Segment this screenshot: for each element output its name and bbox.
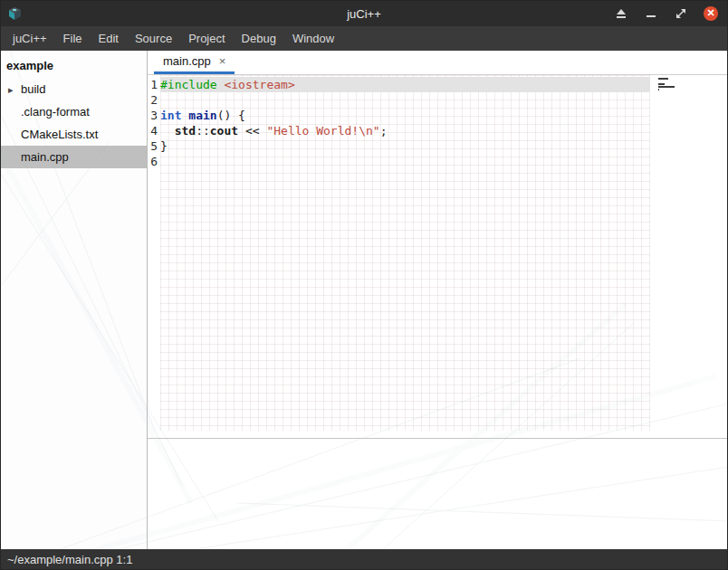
code-text xyxy=(160,154,650,169)
menu-item-project[interactable]: Project xyxy=(180,26,233,51)
code-text: #include <iostream> xyxy=(160,77,650,92)
file-tree-item-cmakelists-txt[interactable]: CMakeLists.txt xyxy=(1,123,147,146)
status-file-position: ~/example/main.cpp 1:1 xyxy=(7,553,132,566)
code-line[interactable]: 3int main() { xyxy=(148,108,727,123)
file-tree-item-build[interactable]: ▸build xyxy=(1,78,147,100)
code-text xyxy=(160,92,650,108)
editor-pane: main.cpp × 1#include <iostream>23int mai… xyxy=(148,51,727,549)
line-number: 1 xyxy=(148,77,160,92)
line-number: 6 xyxy=(148,154,160,169)
tabbar: main.cpp × xyxy=(148,51,727,75)
code-line[interactable]: 2 xyxy=(148,92,727,108)
keep-above-icon[interactable] xyxy=(614,6,628,21)
project-root-label[interactable]: example xyxy=(1,54,147,78)
minimap[interactable] xyxy=(658,78,676,94)
app-logo-icon xyxy=(7,5,24,22)
close-button[interactable]: ✕ xyxy=(704,6,718,21)
code-text: } xyxy=(160,138,650,154)
code-editor[interactable]: 1#include <iostream>23int main() {4 std:… xyxy=(148,75,727,438)
terminal-panel[interactable] xyxy=(148,439,727,549)
menu-item-debug[interactable]: Debug xyxy=(234,26,284,51)
file-name-label: CMakeLists.txt xyxy=(1,128,98,141)
code-line[interactable]: 6 xyxy=(148,154,727,169)
code-line[interactable]: 1#include <iostream> xyxy=(148,77,727,92)
file-name-label: main.cpp xyxy=(1,150,69,164)
menu-item-edit[interactable]: Edit xyxy=(91,26,127,51)
sidebar-file-browser: example ▸build.clang-formatCMakeLists.tx… xyxy=(1,51,148,549)
menu-item-window[interactable]: Window xyxy=(284,26,342,51)
menu-item-juci[interactable]: juCi++ xyxy=(5,26,55,51)
main-content: example ▸build.clang-formatCMakeLists.tx… xyxy=(1,51,727,549)
file-name-label: .clang-format xyxy=(1,105,90,119)
menubar: juCi++FileEditSourceProjectDebugWindow xyxy=(1,26,727,51)
code-lines: 1#include <iostream>23int main() {4 std:… xyxy=(148,75,727,169)
code-text: int main() { xyxy=(160,108,650,123)
line-number: 5 xyxy=(148,138,160,154)
line-number: 4 xyxy=(148,123,160,138)
line-number: 3 xyxy=(148,108,160,123)
tab-close-icon[interactable]: × xyxy=(219,54,226,68)
tab-label: main.cpp xyxy=(163,54,211,68)
window-controls: ✕ xyxy=(614,6,727,21)
line-number: 2 xyxy=(148,92,160,108)
menu-item-file[interactable]: File xyxy=(55,26,91,51)
menu-item-source[interactable]: Source xyxy=(127,26,180,51)
code-line[interactable]: 5} xyxy=(148,138,727,154)
expander-icon[interactable]: ▸ xyxy=(8,83,14,95)
code-text: std::cout << "Hello World!\n"; xyxy=(160,123,650,138)
file-tree: ▸build.clang-formatCMakeLists.txtmain.cp… xyxy=(1,78,147,168)
minimize-button[interactable] xyxy=(644,6,658,21)
file-tree-item-main-cpp[interactable]: main.cpp xyxy=(1,146,147,168)
titlebar: juCi++ ✕ xyxy=(1,1,727,26)
tab-main-cpp[interactable]: main.cpp × xyxy=(154,51,235,74)
file-tree-item--clang-format[interactable]: .clang-format xyxy=(1,100,147,123)
code-line[interactable]: 4 std::cout << "Hello World!\n"; xyxy=(148,123,727,138)
maximize-button[interactable] xyxy=(674,6,688,21)
statusbar: ~/example/main.cpp 1:1 xyxy=(1,549,727,569)
app-window: juCi++ ✕ juCi++FileEditSourceProj xyxy=(0,0,728,570)
